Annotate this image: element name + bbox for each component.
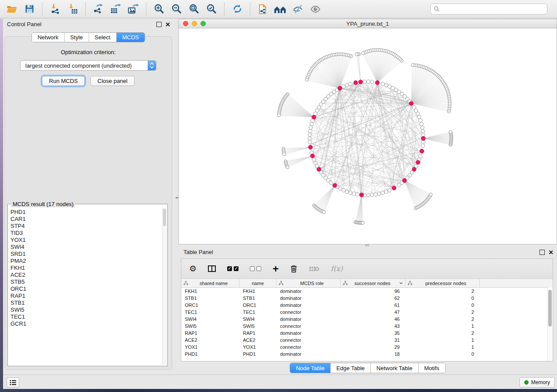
tab-network[interactable]: Network <box>32 33 65 42</box>
delete-table-button[interactable] <box>309 266 319 272</box>
delete-column-button[interactable] <box>290 265 298 273</box>
table-row-YOX1[interactable]: YOX1YOX1connector291 <box>181 344 553 351</box>
column-header-predecessor-nodes[interactable]: predecessor nodes <box>405 279 480 287</box>
add-column-button[interactable]: + <box>273 265 279 273</box>
table-row-ORC1[interactable]: ORC1ORC1dominator610 <box>181 302 553 309</box>
mcds-result-item[interactable]: ACE2 <box>10 272 161 279</box>
function-builder-button[interactable]: f(x) <box>331 265 343 273</box>
table-scrollbar[interactable] <box>547 287 553 361</box>
mcds-hub-node[interactable] <box>359 80 363 84</box>
mcds-hub-node[interactable] <box>392 186 396 190</box>
new-network-from-selection-button[interactable] <box>256 2 270 17</box>
run-mcds-button[interactable]: Run MCDS <box>42 76 85 86</box>
tab-edge-table[interactable]: Edge Table <box>331 363 371 373</box>
mcds-result-item[interactable]: PHD1 <box>10 209 161 216</box>
mcds-result-item[interactable]: ORC1 <box>10 285 161 292</box>
column-type-icon <box>343 281 348 285</box>
mcds-result-list[interactable]: PHD1CAR1STP4TID3YOX1SWI4SRD1PMA2FKH1ACE2… <box>10 209 161 364</box>
export-table-button[interactable] <box>108 2 123 17</box>
tab-mcds[interactable]: MCDS <box>117 33 145 42</box>
search-input[interactable] <box>430 3 547 14</box>
close-panel-icon[interactable]: ✕ <box>165 22 170 27</box>
deselect-all-button[interactable] <box>250 266 261 271</box>
mcds-hub-node[interactable] <box>421 136 426 141</box>
column-header-shared-name[interactable]: shared name <box>181 279 239 287</box>
mcds-hub-node[interactable] <box>416 160 420 165</box>
mcds-result-item[interactable]: PMA2 <box>10 258 161 265</box>
table-row-SWI5[interactable]: SWI5SWI5connector431 <box>181 323 553 330</box>
column-header-MCDS-role[interactable]: MCDS role <box>277 279 341 287</box>
tab-motifs[interactable]: Motifs <box>419 363 445 373</box>
mcds-result-item[interactable]: RAP1 <box>10 292 161 299</box>
tab-node-table[interactable]: Node Table <box>290 363 331 373</box>
tab-style[interactable]: Style <box>65 33 89 42</box>
mcds-result-item[interactable]: FKH1 <box>10 265 161 272</box>
mcds-hub-node[interactable] <box>360 193 364 197</box>
import-network-button[interactable] <box>48 2 62 17</box>
network-titlebar[interactable]: YPA_prune.txt_1 <box>178 19 557 28</box>
float-panel-icon[interactable] <box>156 22 162 27</box>
tab-select[interactable]: Select <box>89 33 117 42</box>
open-file-button[interactable] <box>4 2 19 17</box>
mcds-result-item[interactable]: TID3 <box>10 230 161 237</box>
mcds-hub-node[interactable] <box>312 115 316 120</box>
mcds-result-item[interactable]: YOX1 <box>10 237 161 244</box>
mcds-result-item[interactable]: SRD1 <box>10 251 161 258</box>
mcds-hub-node[interactable] <box>375 81 380 85</box>
mcds-result-item[interactable]: CAR1 <box>10 216 161 223</box>
mcds-result-item[interactable]: STP4 <box>10 223 161 230</box>
hide-selected-button[interactable] <box>291 2 305 17</box>
cell-role: dominator <box>277 289 341 294</box>
table-row-STB1[interactable]: STB1STB1dominator620 <box>181 295 553 302</box>
import-table-button[interactable] <box>65 2 80 17</box>
mcds-result-item[interactable]: TEC1 <box>10 313 161 320</box>
zoom-fit-button[interactable] <box>187 2 201 17</box>
table-row-RAP1[interactable]: RAP1RAP1dominator352 <box>181 330 553 337</box>
table-settings-button[interactable]: ⚙ <box>189 264 197 274</box>
mcds-hub-node[interactable] <box>333 183 337 188</box>
close-panel-button[interactable]: Close panel <box>90 76 135 86</box>
mcds-hub-node[interactable] <box>308 145 313 150</box>
network-canvas[interactable] <box>178 28 557 244</box>
mcds-list-scrollbar[interactable] <box>162 208 167 365</box>
close-panel-icon[interactable]: ✕ <box>548 250 554 254</box>
table-row-TEC1[interactable]: TEC1TEC1connector472 <box>181 309 553 316</box>
vertical-splitter[interactable]: ◂▸ <box>175 19 178 375</box>
mcds-hub-node[interactable] <box>353 81 358 85</box>
mcds-hub-node[interactable] <box>409 101 414 106</box>
export-image-button[interactable] <box>126 2 141 17</box>
mcds-result-item[interactable]: SWI4 <box>10 244 161 251</box>
tab-network-table[interactable]: Network Table <box>371 363 419 373</box>
table-row-PHD1[interactable]: PHD1PHD1dominator180 <box>181 351 553 358</box>
mcds-hub-node[interactable] <box>338 86 342 90</box>
table-row-FKH1[interactable]: FKH1FKH1dominator962 <box>181 288 553 295</box>
float-panel-icon[interactable] <box>540 250 545 255</box>
show-all-button[interactable] <box>308 2 323 17</box>
mcds-hub-node[interactable] <box>311 154 315 158</box>
export-network-button[interactable] <box>91 2 106 17</box>
zoom-out-button[interactable] <box>169 2 184 17</box>
apply-layout-button[interactable] <box>230 2 245 17</box>
first-neighbors-button[interactable] <box>273 2 288 17</box>
zoom-selected-button[interactable] <box>204 2 219 17</box>
save-session-button[interactable] <box>22 2 37 17</box>
mcds-result-item[interactable]: GCR1 <box>10 320 161 327</box>
select-all-button[interactable]: ✓✓ <box>227 266 239 271</box>
mcds-result-item[interactable]: SWI5 <box>10 306 161 313</box>
column-header-successor-nodes[interactable]: successor nodes <box>341 279 405 287</box>
mcds-result-item[interactable]: STB5 <box>10 279 161 285</box>
mcds-hub-node[interactable] <box>412 167 416 172</box>
mcds-hub-node[interactable] <box>402 179 407 183</box>
optimization-criterion-dropdown[interactable]: largest connected component (undirected) <box>20 60 156 71</box>
table-row-SWI4[interactable]: SWI4SWI4dominator462 <box>181 316 553 323</box>
show-columns-button[interactable] <box>208 265 216 272</box>
network-title: YPA_prune.txt_1 <box>179 21 557 27</box>
table-row-ACE2[interactable]: ACE2ACE2connector311 <box>181 337 553 344</box>
mcds-hub-node[interactable] <box>317 167 321 172</box>
mcds-result-item[interactable]: STB1 <box>10 299 161 306</box>
column-header-name[interactable]: name <box>239 279 277 287</box>
memory-button[interactable]: Memory <box>519 377 555 388</box>
mcds-hub-node[interactable] <box>420 149 424 153</box>
zoom-in-button[interactable] <box>152 2 166 17</box>
task-history-button[interactable] <box>7 378 19 388</box>
